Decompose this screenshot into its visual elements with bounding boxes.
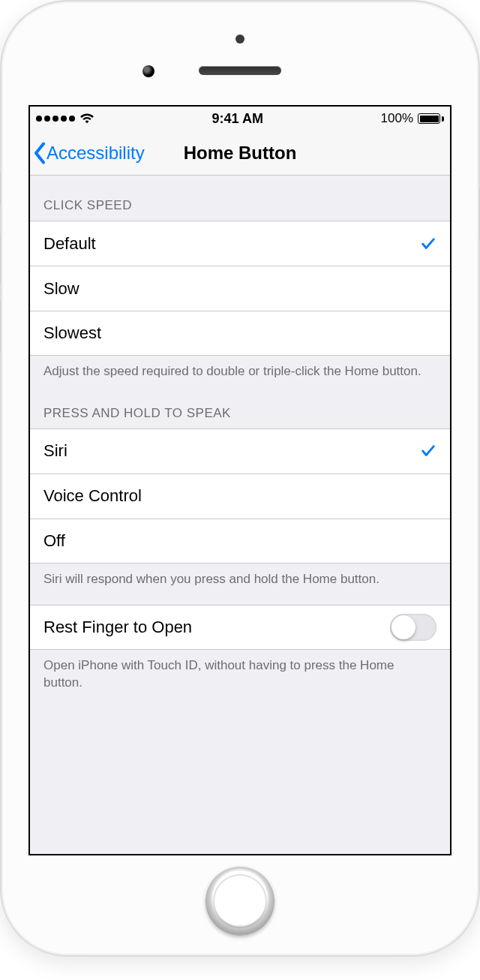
option-label: Siri bbox=[44, 441, 420, 461]
iphone-device-frame: 9:41 AM 100% Accessibility Home Button C… bbox=[0, 0, 480, 957]
rest-finger-to-open-row[interactable]: Rest Finger to Open bbox=[30, 605, 450, 650]
option-label: Default bbox=[44, 234, 420, 254]
press-hold-option-voice-control[interactable]: Voice Control bbox=[30, 473, 450, 519]
battery-icon bbox=[418, 113, 444, 124]
section-header-click-speed: CLICK SPEED bbox=[30, 176, 450, 221]
status-time: 9:41 AM bbox=[212, 111, 263, 127]
option-label: Slow bbox=[44, 279, 436, 299]
press-hold-option-siri[interactable]: Siri bbox=[30, 428, 450, 473]
front-camera bbox=[142, 65, 154, 77]
click-speed-option-slow[interactable]: Slow bbox=[30, 266, 450, 311]
status-bar: 9:41 AM 100% bbox=[30, 107, 450, 131]
checkmark-icon bbox=[420, 443, 436, 459]
back-button[interactable]: Accessibility bbox=[30, 142, 145, 164]
press-hold-option-off[interactable]: Off bbox=[30, 519, 450, 564]
wifi-icon bbox=[80, 113, 94, 124]
option-label: Slowest bbox=[44, 323, 436, 343]
section-header-press-hold: PRESS AND HOLD TO SPEAK bbox=[30, 383, 450, 428]
option-label: Voice Control bbox=[44, 486, 436, 506]
option-label: Off bbox=[44, 531, 436, 551]
click-speed-option-default[interactable]: Default bbox=[30, 221, 450, 266]
cellular-signal-icon bbox=[36, 116, 75, 122]
checkmark-icon bbox=[420, 236, 436, 252]
earpiece-speaker bbox=[199, 66, 281, 75]
click-speed-option-slowest[interactable]: Slowest bbox=[30, 311, 450, 356]
home-button-hardware bbox=[206, 867, 274, 936]
rest-finger-toggle[interactable] bbox=[390, 614, 436, 641]
navigation-bar: Accessibility Home Button bbox=[30, 131, 450, 176]
page-title: Home Button bbox=[184, 143, 297, 164]
screen: 9:41 AM 100% Accessibility Home Button C… bbox=[28, 105, 452, 855]
battery-percentage: 100% bbox=[381, 111, 413, 126]
section-footer-rest-finger: Open iPhone with Touch ID, without havin… bbox=[30, 650, 450, 695]
back-label: Accessibility bbox=[46, 143, 145, 164]
proximity-sensor bbox=[236, 35, 244, 44]
toggle-label: Rest Finger to Open bbox=[44, 618, 390, 637]
chevron-left-icon bbox=[33, 142, 46, 164]
section-footer-press-hold: Siri will respond when you press and hol… bbox=[30, 564, 450, 591]
section-footer-click-speed: Adjust the speed required to double or t… bbox=[30, 356, 450, 383]
